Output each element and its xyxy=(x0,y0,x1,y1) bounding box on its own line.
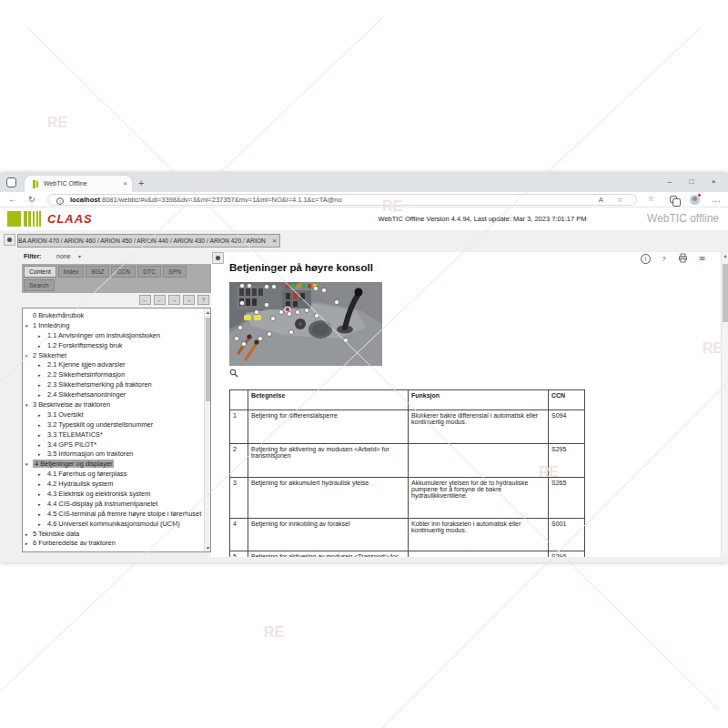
collapsed-arrow-icon[interactable]: ▸ xyxy=(38,430,41,440)
favorites-bar-icon[interactable]: ☆ xyxy=(648,192,654,207)
search-button[interactable]: Search xyxy=(24,279,55,291)
collapsed-arrow-icon[interactable]: ▸ xyxy=(38,510,41,520)
tree-item[interactable]: ▾1 Innledning xyxy=(23,321,203,331)
table-header-cell xyxy=(230,390,248,410)
sidebar-tab-dtc[interactable]: DTC xyxy=(137,266,161,278)
collapsed-arrow-icon[interactable]: ▸ xyxy=(38,520,41,530)
tree-nav-button-2[interactable]: → xyxy=(168,295,180,305)
tree-item-label: 3.4 GPS PILOT* xyxy=(47,440,96,449)
tree-item[interactable]: ▾3 Beskrivelse av traktoren xyxy=(23,400,203,410)
browser-toolbar: ← ↻ i localhost:8081/webtic/#v&di=3398&d… xyxy=(0,192,728,207)
tree-item[interactable]: ▾4 Betjeninger og displayer xyxy=(23,460,203,470)
tree-item[interactable]: ▸1.2 Forskriftsmessig bruk xyxy=(23,341,203,351)
print-icon[interactable] xyxy=(677,253,689,265)
sidebar-tab-ccn[interactable]: CCN xyxy=(111,266,136,278)
collapsed-arrow-icon[interactable]: ▸ xyxy=(38,331,41,341)
tree-item[interactable]: ▸1.1 Anvisninger om instruksjonsboken xyxy=(23,331,203,341)
back-icon[interactable]: ← xyxy=(8,192,17,207)
collapsed-arrow-icon[interactable]: ▸ xyxy=(25,530,28,540)
collapsed-arrow-icon[interactable]: ▸ xyxy=(38,500,41,510)
collapsed-arrow-icon[interactable]: ▸ xyxy=(38,360,41,370)
help-icon[interactable]: ? xyxy=(658,253,670,265)
collapsed-arrow-icon[interactable]: ▸ xyxy=(25,539,28,549)
collapsed-arrow-icon[interactable]: ▸ xyxy=(38,341,41,351)
mail-icon[interactable]: ✉ xyxy=(696,253,708,265)
read-aloud-icon[interactable]: A xyxy=(599,195,603,206)
tree-item[interactable]: ▸5 Tekniske data xyxy=(23,530,203,540)
content-scrollbar[interactable]: ▲ xyxy=(721,252,728,557)
tree-item[interactable]: ▸2.4 Sikkerhetsanordninger xyxy=(23,390,203,400)
tree-scroll-thumb[interactable] xyxy=(206,318,210,401)
tree-item[interactable]: ▸3.3 TELEMATICS* xyxy=(23,430,203,440)
table-cell xyxy=(409,551,549,558)
close-button[interactable]: × xyxy=(703,173,724,192)
collections-icon[interactable] xyxy=(670,196,677,203)
expanded-arrow-icon[interactable]: ▾ xyxy=(25,351,28,361)
home-button[interactable] xyxy=(4,234,15,246)
info-icon[interactable]: i xyxy=(641,254,651,264)
tree-item[interactable]: ▸2.2 Sikkerhetsinformasjon xyxy=(23,370,203,380)
tab-search-icon[interactable] xyxy=(6,177,16,187)
document-tab-close-icon[interactable]: × xyxy=(272,235,277,247)
collapsed-arrow-icon[interactable]: ▸ xyxy=(38,420,41,430)
zoom-image-icon[interactable] xyxy=(229,369,238,378)
collapsed-arrow-icon[interactable]: ▸ xyxy=(38,450,41,460)
tab-close-icon[interactable]: × xyxy=(123,176,127,192)
tree-item[interactable]: ▸4.4 CIS-display på instrumentpanelet xyxy=(23,500,203,510)
address-bar[interactable]: i localhost:8081/webtic/#v&di=3398&dv=3&… xyxy=(47,194,637,206)
maximize-button[interactable]: □ xyxy=(681,173,703,192)
collapsed-arrow-icon[interactable]: ▸ xyxy=(38,470,41,480)
collapsed-arrow-icon[interactable]: ▸ xyxy=(38,390,41,400)
tree-item[interactable]: ▸4.6 Universell kommunikasjonsmodul (UCM… xyxy=(23,520,203,530)
favorite-star-icon[interactable]: ☆ xyxy=(617,195,623,206)
collapsed-arrow-icon[interactable]: ▸ xyxy=(38,370,41,380)
site-info-icon[interactable]: i xyxy=(56,197,64,205)
document-tab[interactable]: BA ARION 470 / ARION 460 / ARION 450 / A… xyxy=(17,234,280,248)
tree-item[interactable]: ▸2.3 Sikkerhetsmerking på traktoren xyxy=(23,380,203,390)
scroll-up-icon[interactable]: ▲ xyxy=(205,308,211,316)
collapsed-arrow-icon[interactable]: ▸ xyxy=(38,490,41,500)
url-text[interactable]: localhost:8081/webtic/#v&di=3398&dv=3&mi… xyxy=(70,195,342,206)
tree-scrollbar[interactable]: ▲ ▼ xyxy=(204,308,210,551)
sidebar-tab-content[interactable]: Content xyxy=(24,266,56,278)
tree-nav-button-4[interactable]: ? xyxy=(197,295,209,305)
sidebar-tab-spn[interactable]: SPN xyxy=(163,266,187,278)
tree-item[interactable]: ▸2.1 Kjenne igjen advarsler xyxy=(23,360,203,370)
tree-item[interactable]: ▸4.2 Hydraulisk system xyxy=(23,480,203,490)
sidebar-tab-bgz[interactable]: BGZ xyxy=(86,266,109,278)
tree-item[interactable]: ▸3.4 GPS PILOT* xyxy=(23,440,203,450)
refresh-icon[interactable]: ↻ xyxy=(28,192,35,207)
minimize-button[interactable]: – xyxy=(659,173,681,192)
browser-tab[interactable]: WebTIC Offline × xyxy=(25,176,132,192)
browser-menu-icon[interactable]: … xyxy=(712,192,721,207)
new-tab-button[interactable]: + xyxy=(138,175,144,191)
filter-dropdown[interactable]: none xyxy=(56,253,71,259)
collapsed-arrow-icon[interactable]: ▸ xyxy=(38,410,41,420)
scroll-down-icon[interactable]: ▼ xyxy=(205,544,211,551)
table-cell: 4 xyxy=(230,519,248,551)
collapsed-arrow-icon[interactable]: ▸ xyxy=(38,480,41,490)
tree-item[interactable]: ▸4.3 Elektrisk og elektronisk system xyxy=(23,490,203,500)
profile-avatar[interactable] xyxy=(690,195,700,205)
tree-nav-button-0[interactable]: ← xyxy=(139,295,151,305)
sidebar-tab-index[interactable]: Index xyxy=(58,266,85,278)
tree-nav-button-3[interactable]: → xyxy=(183,295,195,305)
collapsed-arrow-icon[interactable]: ▸ xyxy=(38,380,41,390)
expanded-arrow-icon[interactable]: ▾ xyxy=(25,321,28,331)
tree-item[interactable]: ▸4.5 CIS-terminal på fremre høyre stolpe… xyxy=(23,510,203,520)
tree-item[interactable]: ▸3.2 Typeskilt og understellsnummer xyxy=(23,420,203,430)
tree-nav-button-1[interactable]: ← xyxy=(154,295,166,305)
tree-item[interactable]: ▾2 Sikkerhet xyxy=(23,351,203,361)
sync-toc-button[interactable] xyxy=(212,252,224,264)
chevron-down-icon[interactable]: ▾ xyxy=(78,253,81,259)
tree-item[interactable]: ▸6 Forberedelse av traktoren xyxy=(23,539,203,549)
collapsed-arrow-icon[interactable]: ▸ xyxy=(38,440,41,450)
expanded-arrow-icon[interactable]: ▾ xyxy=(25,460,28,470)
tree-item[interactable]: ▸3.5 Informasjon om traktoren xyxy=(23,450,203,460)
tree-item[interactable]: ▸4.1 Førerhus og førerplass xyxy=(23,470,203,480)
content-scroll-thumb[interactable] xyxy=(723,264,728,322)
tree-item[interactable]: 0 Brukerhåndbok xyxy=(23,311,203,321)
tree-item[interactable]: ▸3.1 Oversikt xyxy=(23,410,203,420)
scroll-up-icon[interactable]: ▲ xyxy=(722,253,728,258)
expanded-arrow-icon[interactable]: ▾ xyxy=(25,400,28,410)
